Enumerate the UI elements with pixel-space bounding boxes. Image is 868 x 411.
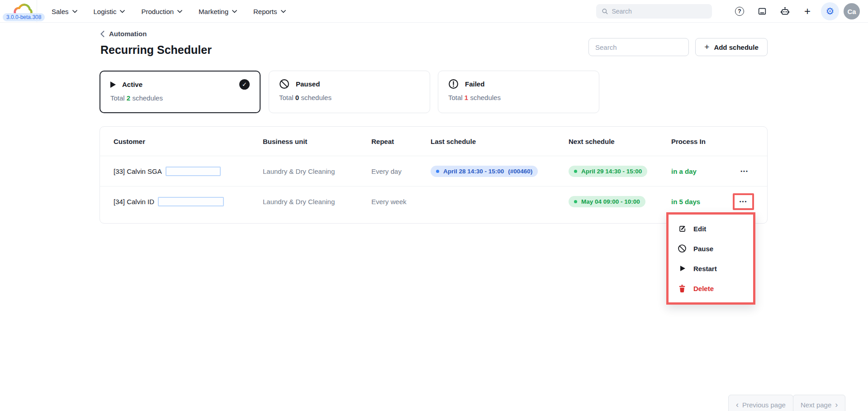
status-card-total: Total 1 schedules bbox=[448, 94, 589, 101]
global-search[interactable] bbox=[596, 4, 712, 19]
status-card-total: Total 0 schedules bbox=[279, 94, 420, 101]
menu-item-restart[interactable]: Restart bbox=[669, 258, 753, 278]
nav-item-label: Reports bbox=[253, 8, 277, 15]
col-repeat: Repeat bbox=[371, 138, 431, 145]
redacted-field bbox=[166, 167, 221, 176]
row-actions-menu: Edit Pause Restart bbox=[666, 212, 755, 305]
next-schedule-time: May 04 09:00 - 10:00 bbox=[581, 198, 640, 205]
next-schedule-time: April 29 14:30 - 15:00 bbox=[581, 168, 642, 175]
status-card-total: Total 2 schedules bbox=[110, 94, 250, 102]
previous-page-label: Previous page bbox=[742, 401, 786, 409]
failed-count: 1 bbox=[465, 94, 468, 101]
annotation-highlight-box: ••• bbox=[733, 193, 754, 210]
redacted-field bbox=[158, 197, 224, 206]
last-schedule-ref: (#00460) bbox=[508, 168, 532, 175]
user-avatar[interactable]: Ca bbox=[844, 3, 860, 19]
chevron-down-icon bbox=[120, 10, 125, 13]
customer-cell: [33] Calvin SGA bbox=[114, 167, 263, 176]
next-schedule-badge: April 29 14:30 - 15:00 bbox=[569, 166, 647, 177]
last-schedule-time: April 28 14:30 - 15:00 bbox=[443, 168, 504, 175]
menu-item-label: Edit bbox=[693, 225, 706, 233]
paused-count: 0 bbox=[295, 94, 299, 101]
col-next-schedule: Next schedule bbox=[569, 138, 671, 145]
customer-cell: [34] Calvin ID bbox=[114, 197, 263, 206]
menu-item-pause[interactable]: Pause bbox=[669, 239, 753, 258]
next-page-button[interactable]: Next page › bbox=[793, 395, 845, 411]
plus-icon: + bbox=[704, 42, 709, 52]
chevron-down-icon bbox=[177, 10, 182, 13]
schedule-search[interactable] bbox=[588, 38, 689, 56]
help-icon: ? bbox=[735, 7, 744, 16]
main-nav: Sales Logistic Production Marketing Repo… bbox=[45, 0, 292, 23]
row-actions-button[interactable]: ••• bbox=[736, 165, 753, 177]
plus-icon: + bbox=[804, 6, 811, 17]
repeat-cell: Every day bbox=[371, 167, 431, 175]
device-button[interactable] bbox=[753, 2, 771, 20]
chevron-down-icon bbox=[72, 10, 77, 13]
chevron-down-icon bbox=[232, 10, 237, 13]
global-search-input[interactable] bbox=[612, 8, 707, 15]
version-badge: 3.0.0-beta.308 bbox=[3, 13, 45, 21]
col-business-unit: Business unit bbox=[263, 138, 371, 145]
previous-page-button[interactable]: ‹ Previous page bbox=[728, 395, 793, 411]
next-schedule-cell: May 04 09:00 - 10:00 bbox=[569, 196, 671, 207]
status-card-active[interactable]: Active ✓ Total 2 schedules bbox=[100, 71, 261, 113]
menu-item-label: Delete bbox=[693, 285, 714, 292]
nav-item-reports[interactable]: Reports bbox=[247, 5, 292, 18]
last-schedule-badge[interactable]: April 28 14:30 - 15:00 (#00460) bbox=[431, 166, 538, 177]
next-schedule-cell: April 29 14:30 - 15:00 bbox=[569, 166, 671, 177]
nav-item-sales[interactable]: Sales bbox=[45, 5, 84, 18]
next-page-label: Next page bbox=[801, 401, 831, 409]
edit-icon bbox=[678, 224, 687, 233]
col-process-in: Process In bbox=[671, 138, 736, 145]
robot-icon bbox=[780, 6, 790, 17]
pause-prohibited-icon bbox=[678, 244, 687, 253]
schedules-table: Customer Business unit Repeat Last sched… bbox=[100, 126, 768, 224]
status-card-label: Paused bbox=[296, 80, 320, 88]
add-schedule-button[interactable]: + Add schedule bbox=[695, 38, 768, 56]
row-actions-button[interactable]: ••• bbox=[735, 195, 752, 208]
nav-item-marketing[interactable]: Marketing bbox=[192, 5, 243, 18]
menu-item-label: Restart bbox=[693, 265, 717, 272]
check-circle-icon: ✓ bbox=[239, 79, 250, 90]
restart-play-icon bbox=[678, 264, 687, 273]
customer-name: [34] Calvin ID bbox=[114, 198, 154, 206]
alert-circle-icon bbox=[448, 79, 459, 89]
app-screen: 3.0.0-beta.308 Sales Logistic Production… bbox=[0, 0, 868, 411]
add-schedule-label: Add schedule bbox=[714, 43, 758, 51]
menu-item-label: Pause bbox=[693, 245, 713, 253]
trash-icon bbox=[678, 284, 687, 293]
nav-item-label: Production bbox=[141, 8, 174, 15]
help-button[interactable]: ? bbox=[730, 2, 749, 20]
assistant-button[interactable] bbox=[776, 2, 794, 20]
pagination: ‹ Previous page Next page › bbox=[728, 395, 845, 411]
last-schedule-cell: April 28 14:30 - 15:00 (#00460) bbox=[431, 166, 569, 177]
settings-button[interactable]: ⚙ bbox=[821, 2, 839, 20]
col-customer: Customer bbox=[114, 138, 263, 145]
status-card-paused[interactable]: Paused Total 0 schedules bbox=[269, 71, 430, 113]
repeat-cell: Every week bbox=[371, 198, 431, 206]
blue-dot-icon bbox=[436, 170, 439, 173]
business-unit-cell: Laundry & Dry Cleaning bbox=[263, 167, 371, 175]
page-title: Recurring Scheduler bbox=[100, 43, 212, 57]
schedule-search-input[interactable] bbox=[595, 43, 682, 51]
green-dot-icon bbox=[574, 170, 577, 173]
menu-item-edit[interactable]: Edit bbox=[669, 219, 753, 239]
menu-item-delete[interactable]: Delete bbox=[669, 278, 753, 298]
topbar-actions: ? + bbox=[730, 0, 860, 23]
chevron-right-icon: › bbox=[835, 401, 838, 409]
process-in-cell: in 5 days bbox=[671, 198, 736, 206]
process-in-cell: in a day bbox=[671, 167, 736, 175]
breadcrumb[interactable]: Automation bbox=[100, 30, 147, 38]
table-header-row: Customer Business unit Repeat Last sched… bbox=[100, 127, 767, 156]
next-schedule-badge: May 04 09:00 - 10:00 bbox=[569, 196, 645, 207]
business-unit-cell: Laundry & Dry Cleaning bbox=[263, 198, 371, 206]
col-last-schedule: Last schedule bbox=[431, 138, 569, 145]
status-card-failed[interactable]: Failed Total 1 schedules bbox=[438, 71, 599, 113]
search-icon bbox=[602, 8, 608, 15]
nav-item-production[interactable]: Production bbox=[135, 5, 189, 18]
nav-item-logistic[interactable]: Logistic bbox=[87, 5, 132, 18]
quick-add-button[interactable]: + bbox=[798, 2, 816, 20]
table-row: [33] Calvin SGA Laundry & Dry Cleaning E… bbox=[100, 156, 767, 186]
gear-icon: ⚙ bbox=[826, 7, 835, 16]
